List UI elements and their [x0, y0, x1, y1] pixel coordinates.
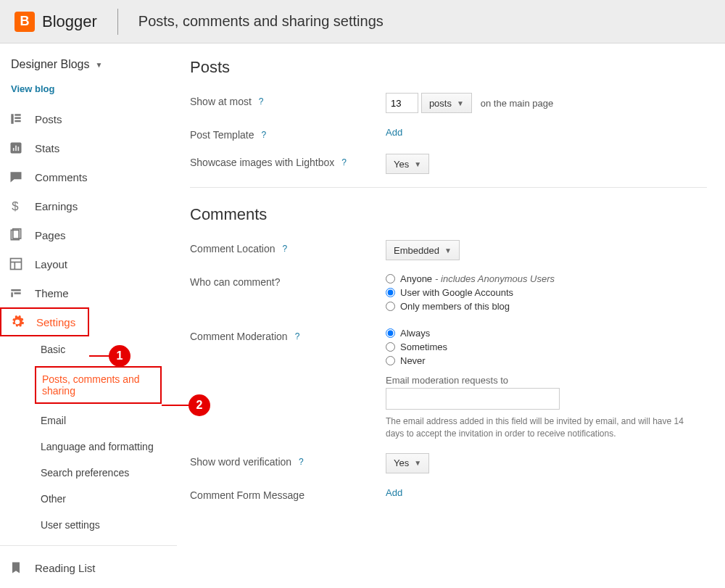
sidebar-item-label: Reading List — [35, 562, 95, 574]
blog-selector-dropdown[interactable]: Designer Blogs ▼ — [0, 54, 177, 75]
radio-never[interactable]: Never — [386, 355, 707, 366]
theme-icon — [7, 286, 25, 300]
radio-input[interactable] — [386, 356, 395, 365]
dropdown-label: Yes — [394, 159, 409, 170]
annotation-circle-1: 1 — [109, 345, 130, 367]
comment-form-message-label: Comment Form Message — [190, 489, 304, 501]
settings-subnav: Basic Posts, comments and sharing Email … — [0, 336, 177, 538]
svg-rect-1 — [13, 148, 14, 151]
subnav-user[interactable]: User settings — [35, 512, 177, 538]
radio-label: Never — [400, 355, 426, 366]
svg-text:$: $ — [12, 199, 18, 213]
sidebar-item-settings[interactable]: Settings — [0, 307, 89, 336]
radio-input[interactable] — [386, 288, 395, 297]
show-at-most-label: Show at most — [190, 96, 252, 107]
chevron-down-icon: ▼ — [96, 61, 103, 69]
radio-input[interactable] — [386, 342, 395, 352]
row-post-template: Post Template ? Add — [190, 126, 707, 141]
sidebar-item-label: Stats — [35, 142, 59, 154]
row-lightbox: Showcase images with Lightbox ? Yes ▼ — [190, 154, 707, 174]
bookmark-icon — [7, 560, 25, 575]
post-template-label: Post Template — [190, 129, 254, 141]
post-unit-dropdown[interactable]: posts ▼ — [421, 93, 472, 113]
sidebar-item-layout[interactable]: Layout — [0, 249, 177, 278]
sidebar-divider — [0, 545, 177, 546]
sidebar-item-label: Comments — [35, 171, 88, 183]
post-count-input[interactable] — [386, 93, 418, 113]
dropdown-label: posts — [429, 98, 452, 109]
radio-label: Only members of this blog — [400, 301, 510, 312]
sidebar-item-label: Earnings — [35, 200, 78, 212]
help-icon[interactable]: ? — [295, 331, 300, 341]
sidebar-item-posts[interactable]: Posts — [0, 104, 177, 133]
row-word-verification: Show word verification ? Yes ▼ — [190, 453, 707, 473]
who-can-comment-label: Who can comment? — [190, 276, 281, 288]
help-icon[interactable]: ? — [299, 457, 304, 467]
help-icon[interactable]: ? — [341, 157, 347, 167]
word-verification-dropdown[interactable]: Yes ▼ — [386, 453, 429, 473]
view-blog-link[interactable]: View blog — [0, 75, 177, 104]
radio-input[interactable] — [386, 274, 395, 283]
radio-members[interactable]: Only members of this blog — [386, 301, 707, 312]
svg-rect-7 — [11, 259, 22, 270]
page-title: Posts, comments and sharing settings — [138, 13, 384, 30]
subnav-posts-comments[interactable]: Posts, comments and sharing — [35, 366, 162, 404]
sidebar: Designer Blogs ▼ View blog Posts Stats C… — [0, 44, 177, 588]
subnav-search[interactable]: Search preferences — [35, 460, 177, 486]
word-verification-label: Show word verification — [190, 456, 291, 468]
comment-moderation-label: Comment Moderation — [190, 331, 288, 342]
sidebar-item-pages[interactable]: Pages — [0, 220, 177, 249]
sidebar-item-label: Settings — [36, 316, 75, 328]
email-moderation-note: The email address added in this field wi… — [386, 415, 697, 440]
radio-label: Sometimes — [400, 341, 447, 352]
radio-anyone[interactable]: Anyone - includes Anonymous Users — [386, 273, 707, 284]
lightbox-label: Showcase images with Lightbox — [190, 157, 334, 168]
subnav-language[interactable]: Language and formatting — [35, 434, 177, 460]
sidebar-item-theme[interactable]: Theme — [0, 278, 177, 307]
email-moderation-label: Email moderation requests to — [386, 375, 707, 386]
lightbox-dropdown[interactable]: Yes ▼ — [386, 154, 429, 174]
radio-sometimes[interactable]: Sometimes — [386, 341, 707, 352]
sidebar-item-label: Layout — [35, 258, 67, 270]
sidebar-item-label: Theme — [35, 287, 69, 299]
sidebar-item-comments[interactable]: Comments — [0, 162, 177, 191]
sidebar-item-earnings[interactable]: $ Earnings — [0, 191, 177, 220]
help-icon[interactable]: ? — [259, 96, 264, 107]
radio-always[interactable]: Always — [386, 328, 707, 339]
add-post-template-link[interactable]: Add — [386, 127, 402, 138]
sidebar-item-reading-list[interactable]: Reading List — [0, 553, 177, 582]
row-show-at-most: Show at most ? posts ▼ on the main page — [190, 93, 707, 113]
email-moderation-input[interactable] — [386, 388, 560, 410]
radio-google[interactable]: User with Google Accounts — [386, 287, 707, 298]
section-divider — [190, 187, 707, 188]
row-who-can-comment: Who can comment? Anyone - includes Anony… — [190, 273, 707, 315]
subnav-email[interactable]: Email — [35, 407, 177, 434]
comment-location-dropdown[interactable]: Embedded ▼ — [386, 240, 460, 260]
subnav-basic[interactable]: Basic — [35, 336, 177, 363]
gear-icon — [9, 315, 26, 329]
chevron-down-icon: ▼ — [457, 99, 464, 107]
subnav-other[interactable]: Other — [35, 486, 177, 512]
radio-input[interactable] — [386, 302, 395, 311]
annotation-connector — [89, 355, 111, 357]
radio-input[interactable] — [386, 328, 395, 338]
help-icon[interactable]: ? — [283, 244, 288, 254]
row-comment-moderation: Comment Moderation ? Always Sometimes N — [190, 328, 707, 440]
pages-icon — [7, 228, 25, 242]
sidebar-item-stats[interactable]: Stats — [0, 133, 177, 162]
earnings-icon: $ — [7, 199, 25, 213]
add-form-message-link[interactable]: Add — [386, 487, 402, 498]
blogger-logo-text: Blogger — [42, 12, 97, 31]
help-icon[interactable]: ? — [261, 130, 266, 140]
svg-rect-2 — [15, 146, 17, 152]
blog-name: Designer Blogs — [11, 58, 90, 71]
content-area: Posts Show at most ? posts ▼ on the main… — [177, 44, 725, 588]
header-divider — [117, 9, 118, 35]
dropdown-label: Embedded — [394, 245, 439, 256]
radio-label: User with Google Accounts — [400, 287, 513, 298]
sidebar-item-help[interactable]: ? Help & Feedback — [0, 582, 177, 588]
posts-icon — [7, 112, 25, 126]
posts-section-title: Posts — [190, 58, 707, 77]
annotation-circle-2: 2 — [188, 394, 210, 416]
row-comment-form-message: Comment Form Message Add — [190, 486, 707, 501]
